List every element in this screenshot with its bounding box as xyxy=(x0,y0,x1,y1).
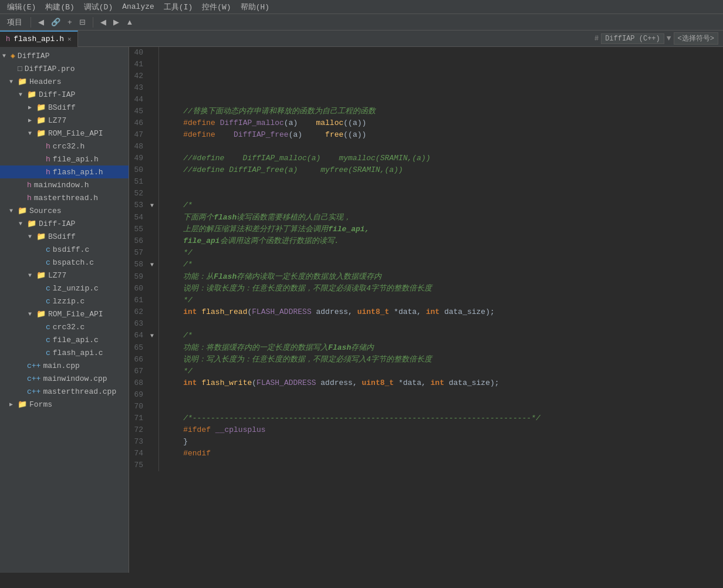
sidebar-item-diff-iap-h[interactable]: ▼ 📁 Diff-IAP xyxy=(0,88,129,101)
code-line-74: 74 #endif xyxy=(129,448,723,459)
flash-api-c-icon: c xyxy=(46,349,50,357)
code-line-42: 42 xyxy=(129,70,723,82)
line-num-74: 74 xyxy=(129,448,150,459)
code-content-71: /*--------------------------------------… xyxy=(163,413,723,424)
tab-close-btn[interactable]: ✕ xyxy=(67,35,72,43)
gutter-sep-49 xyxy=(158,153,159,164)
menu-analyze[interactable]: Analyze xyxy=(117,1,159,12)
sidebar-item-rom-file-api-h[interactable]: ▼ 📁 ROM_File_API xyxy=(0,127,129,140)
sidebar-item-file-api-c[interactable]: c file_api.c xyxy=(0,333,129,346)
code-content-58: /* xyxy=(163,259,723,271)
code-content-59: 功能：从Flash存储内读取一定长度的数据放入数据缓存内 xyxy=(163,271,723,283)
code-line-71: 71 /*-----------------------------------… xyxy=(129,413,723,424)
sidebar-item-lz77-h[interactable]: ▶ 📁 LZ77 xyxy=(0,114,129,127)
sidebar-item-rom-file-api-s[interactable]: ▼ 📁 ROM_File_API xyxy=(0,307,129,320)
code-line-59: 59 功能：从Flash存储内读取一定长度的数据放入数据缓存内 xyxy=(129,271,723,283)
code-line-72: 72 #ifdef __cplusplus xyxy=(129,424,723,436)
lang-selector[interactable]: DiffIAP (C++) xyxy=(601,33,664,44)
toolbar-filter-btn[interactable]: ⊟ xyxy=(77,16,88,28)
sidebar-item-lzzip-c[interactable]: c lzzip.c xyxy=(0,295,129,307)
menu-debug[interactable]: 调试(D) xyxy=(79,1,117,13)
gutter-sep-51 xyxy=(158,176,159,188)
code-content-54: 下面两个flash读写函数需要移植的人自己实现， xyxy=(163,212,723,224)
fold-64[interactable]: ▼ xyxy=(150,330,158,342)
menu-help[interactable]: 帮助(H) xyxy=(236,1,274,13)
toolbar-add-btn[interactable]: + xyxy=(65,16,75,28)
line-num-57: 57 xyxy=(129,247,150,259)
line-num-72: 72 xyxy=(129,424,150,436)
sidebar-item-bspatch-c[interactable]: c bspatch.c xyxy=(0,256,129,269)
sources-folder-icon: 📁 xyxy=(18,206,27,215)
sidebar-item-masterthread-cpp[interactable]: c++ masterthread.cpp xyxy=(0,385,129,398)
code-line-48: 48 xyxy=(129,141,723,153)
code-line-70: 70 xyxy=(129,401,723,413)
code-line-40: 40 xyxy=(129,47,723,59)
sidebar-item-bsdiff-c[interactable]: c bsdiff.c xyxy=(0,243,129,256)
label-diffIAP: DiffIAP xyxy=(18,52,50,60)
toolbar-back-btn[interactable]: ◀ xyxy=(36,16,46,28)
file-api-h-icon: h xyxy=(46,155,50,164)
code-line-43: 43 xyxy=(129,82,723,94)
label-lz77-h: LZ77 xyxy=(48,116,66,125)
sidebar-item-file-api-h[interactable]: h file_api.h xyxy=(0,153,129,165)
label-diff-iap-h: Diff-IAP xyxy=(39,90,75,99)
line-num-61: 61 xyxy=(129,295,150,306)
toolbar-link-btn[interactable]: 🔗 xyxy=(49,16,63,28)
sidebar-item-bsdiff-s[interactable]: ▼ 📁 BSdiff xyxy=(0,230,129,243)
line-num-52: 52 xyxy=(129,188,150,200)
menu-controls[interactable]: 控件(W) xyxy=(197,1,235,13)
menu-build[interactable]: 构建(B) xyxy=(40,1,79,13)
code-line-54: 54 下面两个flash读写函数需要移植的人自己实现， xyxy=(129,212,723,224)
label-crc32-c: crc32.c xyxy=(53,323,85,332)
code-content-53: /* xyxy=(163,200,723,211)
code-line-45: 45 //替换下面动态内存申请和释放的函数为自己工程的函数 xyxy=(129,106,723,117)
pro-icon: □ xyxy=(18,65,22,73)
code-line-57: 57 */ xyxy=(129,247,723,259)
gutter-sep-64 xyxy=(158,330,159,342)
toolbar-nav-up[interactable]: ▲ xyxy=(124,16,136,28)
sidebar-item-lz-unzip-c[interactable]: c lz_unzip.c xyxy=(0,282,129,295)
sidebar-item-headers[interactable]: ▼ 📁 Headers xyxy=(0,75,129,88)
sidebar-item-sources[interactable]: ▼ 📁 Sources xyxy=(0,204,129,217)
sidebar-item-forms[interactable]: ▶ 📁 Forms xyxy=(0,398,129,411)
symbol-selector[interactable]: <选择符号> xyxy=(674,32,718,45)
code-editor[interactable]: 40 41 42 43 44 xyxy=(129,47,723,573)
sidebar-item-flash-api-h[interactable]: h flash_api.h xyxy=(0,165,129,178)
tab-flash-api-h[interactable]: h flash_api.h ✕ xyxy=(0,31,78,47)
sidebar-item-main-cpp[interactable]: c++ main.cpp xyxy=(0,359,129,372)
arrow-diff-iap-h: ▼ xyxy=(19,92,25,98)
sidebar-item-masterthread-h[interactable]: h masterthread.h xyxy=(0,191,129,204)
code-line-69: 69 xyxy=(129,389,723,401)
menu-tools[interactable]: 工具(I) xyxy=(159,1,197,13)
label-headers: Headers xyxy=(29,77,62,86)
toolbar-nav-left[interactable]: ◀ xyxy=(98,16,109,28)
arrow-bsdiff-s: ▼ xyxy=(28,234,34,240)
arrow-rom-file-api-h: ▼ xyxy=(28,130,34,137)
bsdiff-s-folder-icon: 📁 xyxy=(36,232,46,241)
code-line-56: 56 file_api会调用这两个函数进行数据的读写. xyxy=(129,235,723,247)
arrow-lz77-h: ▶ xyxy=(28,117,34,124)
gutter-sep-44 xyxy=(158,94,159,106)
fold-53[interactable]: ▼ xyxy=(150,200,158,212)
sidebar-item-mainwindow-h[interactable]: h mainwindow.h xyxy=(0,178,129,191)
sidebar-item-diffIAP[interactable]: ▼ ◈ DiffIAP xyxy=(0,49,129,62)
label-lz77-s: LZ77 xyxy=(48,271,66,280)
crc32-h-icon: h xyxy=(46,142,50,151)
sidebar-item-diffIAP-pro[interactable]: □ DiffIAP.pro xyxy=(0,62,129,75)
label-bsdiff-s: BSdiff xyxy=(48,232,76,241)
bspatch-c-icon: c xyxy=(46,258,50,267)
sidebar-item-lz77-s[interactable]: ▼ 📁 LZ77 xyxy=(0,269,129,282)
gutter-sep-41 xyxy=(158,59,159,70)
sidebar-item-crc32-c[interactable]: c crc32.c xyxy=(0,320,129,333)
sidebar-item-bsdiff-h[interactable]: ▶ 📁 BSdiff xyxy=(0,101,129,114)
label-rom-file-api-s: ROM_File_API xyxy=(48,310,103,319)
sidebar-item-crc32-h[interactable]: h crc32.h xyxy=(0,140,129,153)
sidebar-item-flash-api-c[interactable]: c flash_api.c xyxy=(0,346,129,359)
code-content-45: //替换下面动态内存申请和释放的函数为自己工程的函数 xyxy=(163,106,723,117)
sidebar-item-mainwindow-cpp[interactable]: c++ mainwindow.cpp xyxy=(0,372,129,385)
fold-58[interactable]: ▼ xyxy=(150,259,158,271)
toolbar-nav-right[interactable]: ▶ xyxy=(111,16,121,28)
menu-edit[interactable]: 编辑(E) xyxy=(2,1,40,13)
main-cpp-icon: c++ xyxy=(27,361,40,370)
sidebar-item-diff-iap-s[interactable]: ▼ 📁 Diff-IAP xyxy=(0,217,129,230)
